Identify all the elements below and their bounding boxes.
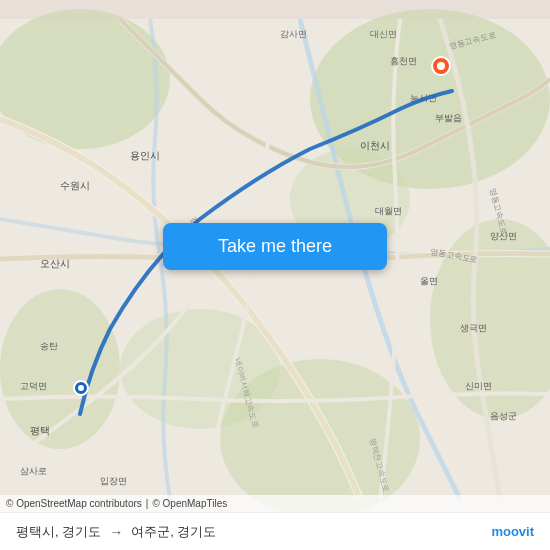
svg-text:수원시: 수원시: [60, 180, 90, 191]
moovit-logo: moovit: [491, 524, 534, 539]
svg-text:대신면: 대신면: [370, 29, 397, 39]
footer-bar: 평택시, 경기도 → 여주군, 경기도 moovit: [0, 512, 550, 550]
attribution-text1: © OpenStreetMap contributors: [6, 498, 142, 509]
footer-to-location: 여주군, 경기도: [131, 523, 216, 541]
svg-text:신미면: 신미면: [465, 381, 492, 391]
svg-text:송탄: 송탄: [40, 341, 58, 351]
svg-point-37: [78, 385, 84, 391]
svg-point-35: [437, 62, 445, 70]
svg-text:능서면: 능서면: [410, 93, 437, 103]
svg-text:대월면: 대월면: [375, 206, 402, 216]
attribution-text2: © OpenMapTiles: [152, 498, 227, 509]
svg-text:입장면: 입장면: [100, 476, 127, 486]
svg-text:음성군: 음성군: [490, 411, 517, 421]
svg-text:부발읍: 부발읍: [435, 113, 462, 123]
svg-text:삼사로: 삼사로: [20, 466, 47, 476]
svg-text:생극면: 생극면: [460, 323, 487, 333]
svg-text:올면: 올면: [420, 276, 438, 286]
destination-pin: [430, 55, 450, 75]
svg-text:용인시: 용인시: [130, 150, 160, 161]
svg-text:평택: 평택: [30, 425, 50, 436]
svg-text:감사면: 감사면: [280, 29, 307, 39]
svg-text:오산시: 오산시: [40, 258, 70, 269]
svg-text:양산면: 양산면: [490, 231, 517, 241]
svg-text:이천시: 이천시: [360, 140, 390, 151]
origin-pin: [72, 379, 88, 395]
svg-text:고덕면: 고덕면: [20, 381, 47, 391]
take-me-there-button[interactable]: Take me there: [163, 223, 387, 270]
attribution-bar: © OpenStreetMap contributors | © OpenMap…: [0, 495, 550, 512]
map-background: 감사면 대신면 흥천면 능서면 부발읍 영동고속도로 영동고속도로 이천시 대월…: [0, 0, 550, 550]
svg-text:흥천면: 흥천면: [390, 56, 417, 66]
attribution-separator: |: [146, 498, 149, 509]
map-container: 감사면 대신면 흥천면 능서면 부발읍 영동고속도로 영동고속도로 이천시 대월…: [0, 0, 550, 550]
footer-direction-arrow: →: [109, 524, 123, 540]
footer-from-location: 평택시, 경기도: [16, 523, 101, 541]
